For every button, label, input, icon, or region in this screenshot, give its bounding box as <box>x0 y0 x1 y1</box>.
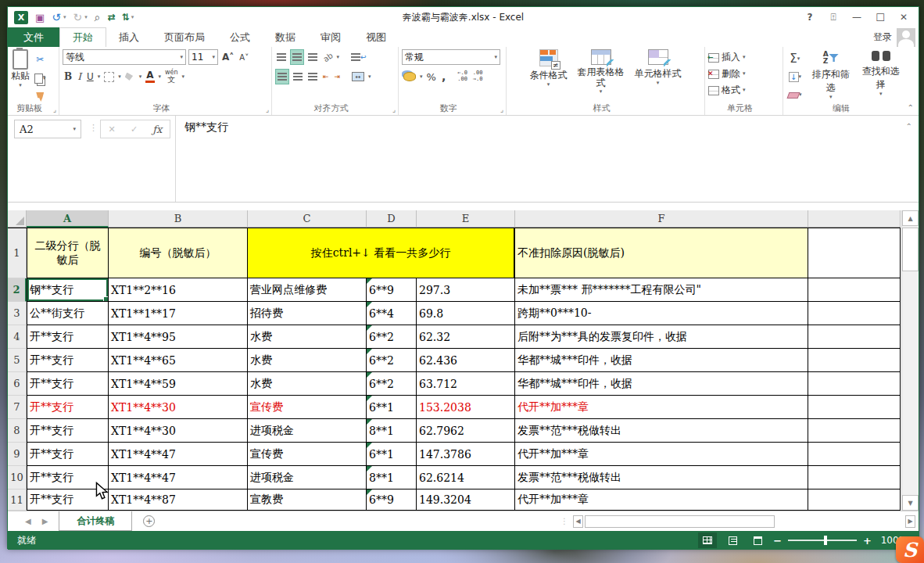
cell[interactable]: 宣传费 <box>248 396 367 419</box>
phonetic-button[interactable]: wén文 <box>163 69 180 84</box>
autosum-button[interactable]: Σ▾ <box>786 52 804 66</box>
scroll-up-icon[interactable]: ▲ <box>902 210 919 226</box>
align-center-button[interactable] <box>292 69 304 84</box>
distribute-columns-icon[interactable]: ⇅ <box>122 13 129 22</box>
selected-cell-a2[interactable]: 钢**支行 <box>27 278 109 302</box>
cell[interactable]: XT1**4**65 <box>109 349 248 372</box>
page-layout-view-button[interactable] <box>723 533 742 548</box>
cell-g1[interactable] <box>808 228 901 278</box>
font-dialog-launcher-icon[interactable]: ⌟ <box>266 106 269 113</box>
tab-data[interactable]: 数据 <box>263 27 308 47</box>
cell[interactable]: 6**2 <box>367 349 417 372</box>
cell[interactable] <box>808 302 901 325</box>
insert-cells-button[interactable]: 插入▾ <box>708 51 779 64</box>
cell[interactable]: 62.32 <box>417 325 515 349</box>
cell[interactable]: 开**支行 <box>27 349 109 372</box>
horizontal-scroll-track[interactable] <box>585 515 904 528</box>
redo-caret-icon[interactable]: ▾ <box>84 14 88 20</box>
column-header-g[interactable] <box>808 210 901 228</box>
zoom-in-icon[interactable]: + <box>863 535 872 547</box>
cell[interactable]: 62.436 <box>417 349 515 372</box>
cell[interactable]: 未加**票*** 邢*******工程有限公司" <box>515 278 808 302</box>
cell[interactable]: XT1**4**47 <box>109 466 248 489</box>
align-bottom-button[interactable] <box>306 49 319 65</box>
cell[interactable]: 6**9 <box>367 278 417 302</box>
align-left-button[interactable] <box>275 69 289 84</box>
delete-cells-button[interactable]: 删除▾ <box>708 67 779 81</box>
align-top-button[interactable] <box>275 49 288 65</box>
percent-style-icon[interactable]: % <box>425 69 438 84</box>
sort-filter-button[interactable]: AZ 排序和筛选 ▾ <box>808 49 854 102</box>
cell[interactable]: 营业网点维修费 <box>248 278 367 302</box>
cell[interactable] <box>808 396 901 419</box>
row-header[interactable]: 1 <box>8 228 27 278</box>
cell[interactable]: 代开**加***章 <box>515 396 808 419</box>
cell[interactable]: 147.3786 <box>417 443 515 466</box>
cell[interactable]: 开**支行 <box>27 443 109 466</box>
sheet-tab-active[interactable]: 合计终稿 <box>59 511 132 531</box>
wrap-text-button[interactable]: ↩ <box>349 49 368 65</box>
scroll-down-icon[interactable]: ▼ <box>902 495 919 511</box>
cell[interactable]: 华都**城***印件，收据 <box>515 349 808 372</box>
name-box-caret-icon[interactable]: ▾ <box>73 127 76 132</box>
cell[interactable]: 开**支行 <box>27 396 109 419</box>
align-middle-button[interactable] <box>290 49 304 65</box>
row-header[interactable]: 11 <box>8 489 27 511</box>
sheet-prev-icon[interactable]: ◀ <box>25 517 31 525</box>
comma-style-icon[interactable]: , <box>440 69 447 84</box>
title-bar[interactable]: X ▣ ↺▾ ↻▾ ⌕ ⇄ ⇅ ▾ 奔波霸与霸波奔.xlsx - Excel ?… <box>8 7 919 27</box>
bold-button[interactable]: B <box>63 69 73 84</box>
cell-a1[interactable]: 二级分行（脱敏后 <box>27 228 109 278</box>
tab-scroll-divider[interactable]: ⋮ <box>556 511 573 531</box>
cell[interactable]: 进项税金 <box>248 419 367 443</box>
font-size-select[interactable]: 11▾ <box>188 49 218 65</box>
clear-button[interactable]: ▾ <box>786 88 804 102</box>
cell-c1-merged[interactable]: 按住ctrl+↓ 看看一共多少行 <box>248 228 515 278</box>
cell[interactable]: 招待费 <box>248 302 367 325</box>
cell[interactable]: XT1**2**16 <box>109 278 248 302</box>
name-box[interactable]: A2▾ <box>14 120 81 138</box>
excel-logo-icon[interactable]: X <box>14 11 28 24</box>
cell[interactable] <box>808 278 901 302</box>
cell[interactable]: 69.8 <box>417 302 515 325</box>
increase-indent-button[interactable]: ⇥ <box>333 69 342 84</box>
cell[interactable]: 发票**范***税做转出 <box>515 419 808 443</box>
cell[interactable]: 6**4 <box>367 302 417 325</box>
cell[interactable]: 后附**为***具的发票复印件，收据 <box>515 325 808 349</box>
cell[interactable] <box>808 443 901 466</box>
row-header[interactable]: 6 <box>8 372 27 396</box>
cell[interactable]: 62.7962 <box>417 419 515 443</box>
formula-input[interactable]: 钢**支行 <box>181 119 897 199</box>
save-icon[interactable]: ▣ <box>35 13 45 23</box>
align-right-button[interactable] <box>306 69 319 84</box>
cell[interactable]: 8**1 <box>367 466 417 489</box>
zoom-out-icon[interactable]: − <box>773 535 782 547</box>
row-header[interactable]: 9 <box>8 443 27 466</box>
row-header[interactable]: 4 <box>8 325 27 349</box>
cell[interactable]: 开**支行 <box>27 325 109 349</box>
cell[interactable]: 开**支行 <box>27 419 109 443</box>
font-name-select[interactable]: 等线▾ <box>63 49 186 65</box>
column-header-e[interactable]: E <box>417 210 515 228</box>
fill-color-button[interactable] <box>124 69 137 84</box>
vertical-scroll-thumb[interactable] <box>902 228 919 271</box>
cell[interactable]: 水费 <box>248 372 367 396</box>
cell-b1[interactable]: 编号（脱敏后） <box>109 228 248 278</box>
minimize-icon[interactable]: — <box>847 9 867 25</box>
cell[interactable]: 8**1 <box>367 419 417 443</box>
cell-f1[interactable]: 不准扣除原因(脱敏后) <box>515 228 808 278</box>
cell[interactable]: 6**2 <box>367 325 417 349</box>
conditional-formatting-button[interactable]: 条件格式 ▾ <box>530 49 568 102</box>
alignment-dialog-launcher-icon[interactable]: ⌟ <box>392 106 396 113</box>
increase-font-icon[interactable]: A˄ <box>220 49 235 65</box>
borders-button[interactable] <box>102 69 116 84</box>
copy-button[interactable]: ▾ <box>33 70 48 86</box>
cell[interactable]: 发票**范***税做转出 <box>515 466 808 489</box>
underline-button[interactable]: U <box>85 69 95 84</box>
column-header-c[interactable]: C <box>248 210 367 228</box>
cell[interactable]: 开**支行 <box>27 372 109 396</box>
cell[interactable]: XT1**4**30 <box>109 396 248 419</box>
qat-customize-icon[interactable]: ▾ <box>131 14 134 20</box>
cell[interactable]: 153.2038 <box>417 396 515 419</box>
close-icon[interactable]: ✕ <box>894 9 914 25</box>
